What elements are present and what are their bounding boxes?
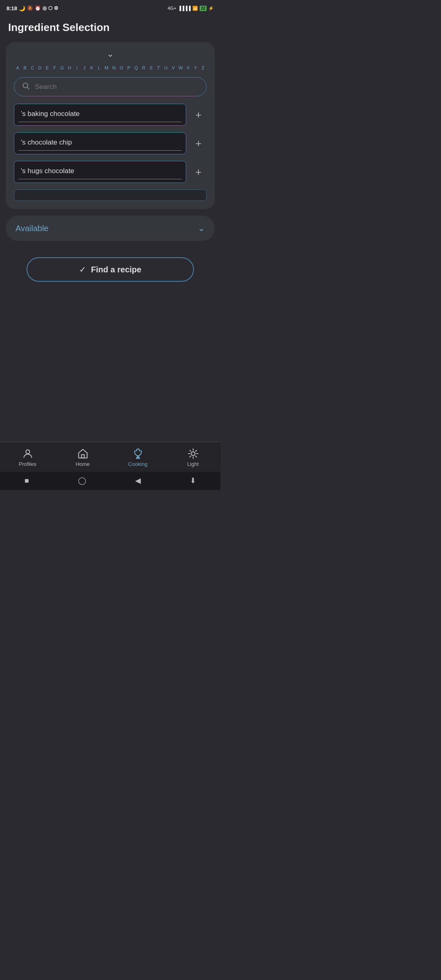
alarm-icon: ⏰ — [35, 5, 41, 11]
cooking-icon — [132, 448, 144, 459]
svg-line-10 — [195, 456, 196, 457]
alphabet-letter-c[interactable]: C — [29, 65, 36, 71]
collapse-chevron-icon: ⌄ — [107, 49, 114, 59]
find-recipe-button[interactable]: ✓ Find a recipe — [27, 257, 194, 282]
search-icon — [22, 82, 30, 92]
home-icon — [77, 448, 89, 459]
android-square-button[interactable]: ■ — [24, 477, 29, 485]
ingredient-item-text-2: 's hugs chocolate — [21, 167, 74, 175]
add-icon-1: + — [195, 137, 201, 150]
wifi-icon: 📶 — [192, 6, 198, 11]
nav-item-cooking[interactable]: Cooking — [122, 448, 154, 467]
alphabet-letter-g[interactable]: G — [58, 65, 66, 71]
ingredient-list: 's baking chocolate + 's chocolate chip … — [14, 104, 207, 201]
available-panel[interactable]: Available ⌄ — [6, 216, 215, 241]
alphabet-letter-z[interactable]: Z — [199, 65, 207, 71]
bottom-nav: Profiles Home Cooking Light — [0, 442, 220, 472]
add-button-2[interactable]: + — [190, 164, 207, 180]
nav-item-profiles[interactable]: Profiles — [11, 448, 44, 467]
ingredient-panel: ⌄ ABCDEFGHIJKLMNOPQRSTUVWXYZ 's baking c… — [6, 42, 215, 209]
alphabet-letter-r[interactable]: R — [140, 65, 147, 71]
svg-line-12 — [195, 450, 196, 451]
android-nav-bar: ■ ◯ ◀ ⬇ — [0, 472, 220, 490]
alphabet-letter-y[interactable]: Y — [192, 65, 199, 71]
add-button-1[interactable]: + — [190, 135, 207, 151]
available-chevron-icon: ⌄ — [198, 223, 205, 234]
alphabet-letter-q[interactable]: Q — [133, 65, 140, 71]
alphabet-letter-n[interactable]: N — [110, 65, 118, 71]
ingredient-row-2: 's hugs chocolate + — [14, 161, 207, 183]
add-icon-2: + — [195, 166, 201, 178]
ingredient-underline-1 — [18, 150, 182, 151]
status-bar: 8:18 🌙 🔕 ⏰ ◎ ⬡ ⚙ 4G+ ▐▐▐▐ 📶 22 ⚡ — [0, 0, 220, 15]
ingredient-underline-0 — [18, 122, 182, 122]
alphabet-letter-e[interactable]: E — [44, 65, 51, 71]
alphabet-letter-s[interactable]: S — [147, 65, 155, 71]
nav-item-home[interactable]: Home — [67, 448, 99, 467]
svg-rect-3 — [81, 454, 84, 458]
ingredient-underline-2 — [18, 179, 182, 180]
alphabet-letter-u[interactable]: U — [162, 65, 169, 71]
alphabet-letter-h[interactable]: H — [66, 65, 73, 71]
alphabet-letter-f[interactable]: F — [51, 65, 58, 71]
android-menu-button[interactable]: ⬇ — [190, 476, 196, 485]
alphabet-letter-b[interactable]: B — [21, 65, 29, 71]
mute-icon: 🔕 — [27, 5, 33, 11]
alphabet-letter-x[interactable]: X — [185, 65, 192, 71]
add-button-0[interactable]: + — [190, 107, 207, 123]
app-icon2: ⬡ — [48, 5, 52, 11]
main-content: ⌄ ABCDEFGHIJKLMNOPQRSTUVWXYZ 's baking c… — [0, 42, 220, 442]
add-icon-0: + — [195, 109, 201, 121]
nav-label-cooking: Cooking — [128, 461, 148, 467]
app-icon1: ◎ — [42, 5, 47, 11]
alphabet-letter-v[interactable]: V — [169, 65, 177, 71]
svg-point-2 — [26, 450, 29, 454]
android-back-button[interactable]: ◀ — [135, 476, 141, 485]
status-right: 4G+ ▐▐▐▐ 📶 22 ⚡ — [168, 6, 214, 11]
alphabet-letter-i[interactable]: I — [73, 65, 80, 71]
alphabet-letter-m[interactable]: M — [103, 65, 110, 71]
checkmark-icon: ✓ — [79, 265, 86, 274]
alphabet-row: ABCDEFGHIJKLMNOPQRSTUVWXYZ — [14, 65, 207, 71]
time: 8:18 — [7, 5, 17, 11]
ingredient-item-text-0: 's baking chocolate — [21, 110, 80, 118]
alphabet-letter-o[interactable]: O — [118, 65, 125, 71]
alphabet-letter-a[interactable]: A — [14, 65, 21, 71]
ingredient-item-1[interactable]: 's chocolate chip — [14, 132, 186, 154]
nav-label-profiles: Profiles — [19, 461, 36, 467]
ingredient-item-partial — [14, 189, 207, 201]
android-home-button[interactable]: ◯ — [78, 476, 86, 485]
alphabet-letter-l[interactable]: L — [96, 65, 103, 71]
status-left: 8:18 🌙 🔕 ⏰ ◎ ⬡ ⚙ — [7, 5, 58, 11]
available-label: Available — [16, 224, 49, 233]
alphabet-letter-k[interactable]: K — [88, 65, 96, 71]
network-type: 4G+ — [168, 6, 176, 11]
nav-item-light[interactable]: Light — [177, 448, 209, 467]
search-box[interactable] — [14, 77, 207, 96]
signal-icon: ▐▐▐▐ — [178, 6, 191, 11]
moon-icon: 🌙 — [19, 5, 25, 11]
page-title: Ingredient Selection — [0, 15, 220, 42]
ingredient-row-0: 's baking chocolate + — [14, 104, 207, 126]
charging-icon: ⚡ — [208, 6, 214, 11]
search-input[interactable] — [35, 83, 199, 91]
nav-label-light: Light — [187, 461, 198, 467]
svg-point-4 — [191, 452, 195, 455]
ingredient-item-0[interactable]: 's baking chocolate — [14, 104, 186, 126]
alphabet-letter-d[interactable]: D — [36, 65, 43, 71]
light-icon — [187, 448, 199, 459]
settings-icon: ⚙ — [54, 5, 58, 11]
svg-line-9 — [189, 450, 190, 451]
alphabet-letter-p[interactable]: P — [125, 65, 132, 71]
find-recipe-label: Find a recipe — [91, 265, 141, 274]
ingredient-item-text-1: 's chocolate chip — [21, 138, 72, 146]
profiles-icon — [22, 448, 33, 459]
alphabet-letter-j[interactable]: J — [80, 65, 88, 71]
svg-line-1 — [27, 87, 29, 89]
alphabet-letter-t[interactable]: T — [155, 65, 162, 71]
ingredient-row-1: 's chocolate chip + — [14, 132, 207, 154]
collapse-chevron-container[interactable]: ⌄ — [14, 49, 207, 59]
alphabet-letter-w[interactable]: W — [177, 65, 184, 71]
nav-label-home: Home — [76, 461, 90, 467]
ingredient-item-2[interactable]: 's hugs chocolate — [14, 161, 186, 183]
